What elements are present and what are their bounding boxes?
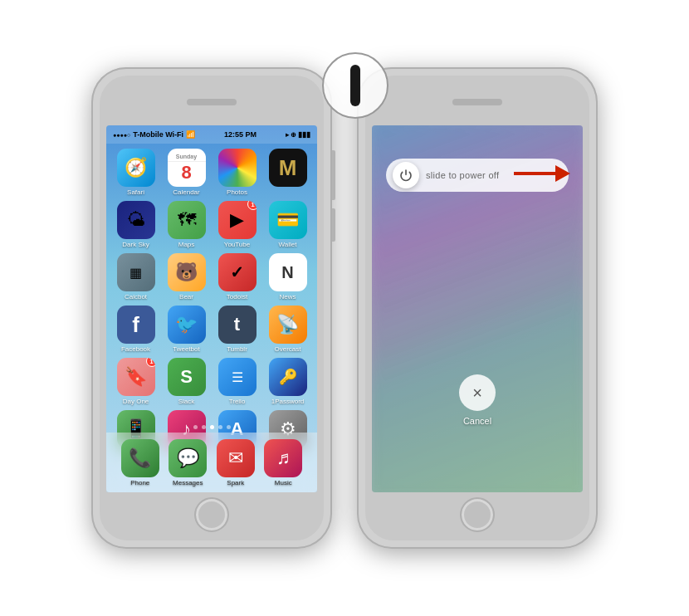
music-icon: ♬ bbox=[264, 439, 302, 477]
app-todoist[interactable]: ✓ Todoist bbox=[214, 253, 260, 301]
app-maps[interactable]: 🗺 Maps bbox=[164, 201, 209, 248]
speaker-left bbox=[187, 99, 237, 105]
app-slack[interactable]: S Slack bbox=[164, 358, 209, 405]
mc-icon: M bbox=[269, 149, 307, 187]
dot-2 bbox=[202, 425, 206, 429]
maps-icon: 🗺 bbox=[168, 201, 206, 239]
phone-inner-right: slide to power off × Cancel bbox=[365, 76, 589, 540]
red-arrow bbox=[514, 165, 570, 182]
status-carrier: ●●●●○ T-Mobile Wi-Fi 📶 bbox=[113, 130, 195, 139]
dot-3 bbox=[210, 425, 214, 429]
1password-icon: 🔑 bbox=[269, 358, 307, 396]
overcast-icon: 📡 bbox=[269, 306, 307, 344]
status-indicators: ▸⊕▮▮▮ bbox=[286, 130, 310, 139]
dot-4 bbox=[218, 425, 222, 429]
scene: ●●●●○ T-Mobile Wi-Fi 📶 12:55 PM ▸⊕▮▮▮ 🧭 … bbox=[0, 0, 689, 616]
dock-phone[interactable]: 📞 Phone bbox=[121, 439, 159, 486]
calcbot-icon: ▦ bbox=[117, 253, 155, 291]
screen-right: slide to power off × Cancel bbox=[372, 125, 583, 492]
phone-left: ●●●●○ T-Mobile Wi-Fi 📶 12:55 PM ▸⊕▮▮▮ 🧭 … bbox=[91, 67, 332, 549]
safari-icon: 🧭 bbox=[117, 149, 155, 187]
photos-icon bbox=[218, 149, 257, 187]
app-youtube[interactable]: ▶ 1 YouTube bbox=[214, 201, 260, 248]
app-tumblr[interactable]: t Tumblr bbox=[214, 306, 260, 353]
app-safari[interactable]: 🧭 Safari bbox=[113, 149, 159, 196]
spark-icon: ✉ bbox=[217, 439, 255, 477]
messages-icon: 💬 bbox=[169, 439, 207, 477]
power-button-zoom bbox=[322, 52, 388, 119]
dock: 📞 Phone 💬 Messages ✉ Spark ♬ Music bbox=[106, 433, 317, 492]
power-button[interactable] bbox=[332, 150, 335, 200]
status-time: 12:55 PM bbox=[224, 130, 257, 139]
darksky-icon: 🌤 bbox=[117, 201, 155, 239]
tweetbot-icon: 🐦 bbox=[168, 306, 206, 344]
dayone-icon: 🔖 1 bbox=[117, 358, 155, 396]
youtube-icon: ▶ 1 bbox=[218, 201, 257, 239]
phone-inner-left: ●●●●○ T-Mobile Wi-Fi 📶 12:55 PM ▸⊕▮▮▮ 🧭 … bbox=[100, 76, 324, 540]
bear-icon: 🐻 bbox=[168, 253, 206, 291]
youtube-badge: 1 bbox=[247, 201, 257, 210]
dot-5 bbox=[227, 425, 231, 429]
tumblr-icon: t bbox=[218, 306, 257, 344]
slack-icon: S bbox=[168, 358, 206, 396]
dot-1 bbox=[193, 425, 198, 429]
todoist-icon: ✓ bbox=[218, 253, 257, 291]
status-bar: ●●●●○ T-Mobile Wi-Fi 📶 12:55 PM ▸⊕▮▮▮ bbox=[106, 125, 317, 144]
home-button-right[interactable] bbox=[460, 497, 495, 532]
app-dayone[interactable]: 🔖 1 Day One bbox=[113, 358, 159, 405]
app-facebook[interactable]: f Facebook bbox=[113, 306, 159, 353]
home-button-left[interactable] bbox=[194, 497, 229, 532]
cancel-container: × Cancel bbox=[459, 374, 496, 426]
app-calendar[interactable]: Sunday 8 Calendar bbox=[164, 149, 209, 196]
phone-right: slide to power off × Cancel bbox=[357, 67, 598, 549]
app-darksky[interactable]: 🌤 Dark Sky bbox=[113, 201, 159, 248]
app-1password[interactable]: 🔑 1Password bbox=[265, 358, 310, 405]
dock-messages[interactable]: 💬 Messages bbox=[169, 439, 207, 486]
app-grid: 🧭 Safari Sunday 8 Calendar Photos bbox=[106, 144, 317, 462]
page-dots bbox=[106, 422, 317, 432]
screen-left: ●●●●○ T-Mobile Wi-Fi 📶 12:55 PM ▸⊕▮▮▮ 🧭 … bbox=[106, 125, 317, 492]
dock-spark[interactable]: ✉ Spark bbox=[217, 439, 255, 486]
app-mc[interactable]: M bbox=[265, 149, 310, 196]
app-wallet[interactable]: 💳 Wallet bbox=[265, 201, 310, 248]
cancel-button[interactable]: × bbox=[459, 374, 496, 411]
app-overcast[interactable]: 📡 Overcast bbox=[265, 306, 310, 353]
news-icon: N bbox=[269, 253, 307, 291]
app-news[interactable]: N News bbox=[265, 253, 310, 301]
wallet-icon: 💳 bbox=[269, 201, 307, 239]
facebook-icon: f bbox=[117, 306, 155, 344]
calendar-icon: Sunday 8 bbox=[168, 149, 206, 187]
power-button-visual bbox=[350, 65, 360, 106]
app-tweetbot[interactable]: 🐦 Tweetbot bbox=[164, 306, 209, 353]
slider-label: slide to power off bbox=[426, 170, 499, 180]
volume-up-button[interactable] bbox=[332, 208, 335, 242]
app-bear[interactable]: 🐻 Bear bbox=[164, 253, 209, 301]
app-calcbot[interactable]: ▦ Calcbot bbox=[113, 253, 159, 301]
arrow-head bbox=[555, 165, 570, 182]
dock-music[interactable]: ♬ Music bbox=[264, 439, 302, 486]
slider-power-button bbox=[393, 162, 419, 188]
app-photos[interactable]: Photos bbox=[214, 149, 260, 196]
poweroff-screen: slide to power off × Cancel bbox=[372, 125, 583, 492]
phone-icon: 📞 bbox=[121, 439, 159, 477]
arrow-line bbox=[514, 172, 555, 175]
speaker-right bbox=[452, 99, 502, 105]
trello-icon: ☰ bbox=[218, 358, 257, 396]
app-trello[interactable]: ☰ Trello bbox=[214, 358, 260, 405]
cancel-label: Cancel bbox=[463, 416, 491, 426]
dayone-badge: 1 bbox=[146, 358, 155, 367]
